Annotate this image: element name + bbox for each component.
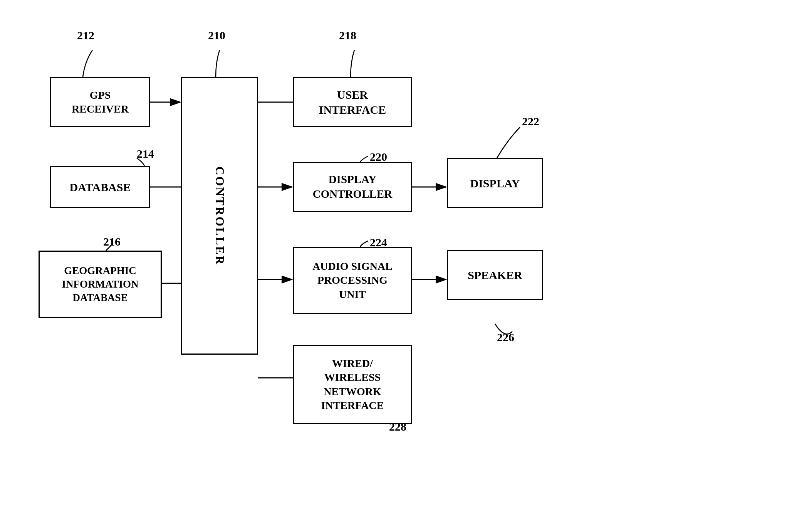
database-box: DATABASE (50, 166, 150, 208)
database-label: DATABASE (70, 180, 131, 195)
ref-210: 210 (208, 29, 225, 42)
ref-214: 214 (137, 147, 154, 160)
user-interface-label: USERINTERFACE (319, 87, 386, 117)
user-interface-box: USERINTERFACE (293, 77, 412, 127)
gps-receiver-label: GPSRECEIVER (72, 88, 129, 116)
controller-label: CONTROLLER (211, 166, 228, 266)
speaker-box: SPEAKER (447, 250, 543, 300)
ref-216: 216 (103, 235, 121, 248)
ref-218: 218 (339, 29, 356, 42)
speaker-label: SPEAKER (468, 268, 522, 283)
display-controller-box: DISPLAYCONTROLLER (293, 162, 412, 212)
geo-database-label: GEOGRAPHICINFORMATIONDATABASE (62, 264, 139, 305)
display-label: DISPLAY (470, 176, 520, 191)
ref-222: 222 (522, 115, 539, 128)
audio-signal-label: AUDIO SIGNALPROCESSINGUNIT (312, 259, 393, 301)
display-controller-label: DISPLAYCONTROLLER (313, 172, 392, 201)
ref-220: 220 (370, 150, 387, 163)
wired-wireless-label: WIRED/WIRELESSNETWORKINTERFACE (321, 357, 384, 413)
gps-receiver-box: GPSRECEIVER (50, 77, 150, 127)
ref-212: 212 (77, 29, 94, 42)
audio-signal-box: AUDIO SIGNALPROCESSINGUNIT (293, 247, 412, 314)
display-box: DISPLAY (447, 158, 543, 208)
geo-database-box: GEOGRAPHICINFORMATIONDATABASE (39, 251, 162, 318)
ref-226: 226 (497, 331, 514, 344)
controller-box: CONTROLLER (181, 77, 258, 355)
wired-wireless-box: WIRED/WIRELESSNETWORKINTERFACE (293, 345, 412, 424)
